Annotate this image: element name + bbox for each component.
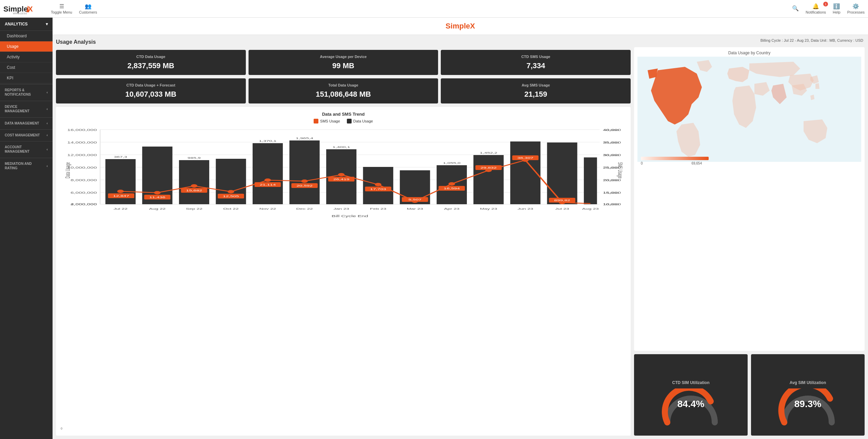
help-button[interactable]: ℹ️ Help (833, 3, 841, 14)
svg-text:16,000,000: 16,000,000 (67, 128, 97, 132)
toggle-menu-button[interactable]: ☰ Toggle Menu (51, 3, 72, 14)
hamburger-icon: ☰ (59, 3, 64, 9)
help-icon: ℹ️ (833, 3, 840, 9)
svg-text:10,000,000: 10,000,000 (67, 166, 97, 169)
svg-text:11,436: 11,436 (149, 196, 165, 199)
svg-text:1,965,4: 1,965,4 (296, 137, 313, 140)
svg-text:899,82: 899,82 (554, 199, 570, 202)
svg-text:20,000: 20,000 (603, 179, 619, 182)
data-mgmt-label: DATA MANAGEMENT (5, 121, 39, 125)
chevron-down-icon: ▾ (46, 22, 48, 26)
svg-text:Jun 23: Jun 23 (517, 207, 533, 210)
search-button[interactable]: 🔍 (792, 5, 799, 12)
device-label: DEVICE MANAGEMENT (5, 104, 39, 113)
sidebar-data-section[interactable]: DATA MANAGEMENT ‹ (0, 117, 53, 129)
metric-label-1: Average Usage per Device (320, 55, 367, 59)
svg-text:36,307: 36,307 (517, 156, 534, 159)
toggle-menu-label: Toggle Menu (51, 10, 72, 14)
usage-area: Usage Analysis CTD Data Usage 2,837,559 … (53, 35, 868, 439)
gauge-ctd-value: 84.4% (677, 399, 704, 409)
svg-text:Aug 22: Aug 22 (149, 207, 165, 210)
sidebar-item-activity[interactable]: Activity (0, 52, 53, 62)
map-container: Data Usage by Country (634, 47, 865, 351)
metric-value-0: 2,837,559 MB (127, 61, 174, 70)
svg-text:Mar 23: Mar 23 (407, 207, 423, 210)
dot-oct22 (228, 190, 234, 193)
metric-card-avg-sms: Avg SMS Usage 21,159 (441, 78, 631, 103)
legend-data-label: Data Usage (353, 119, 373, 123)
svg-text:Jul 22: Jul 22 (114, 207, 128, 210)
metric-row-2: CTD Data Usage + Forecast 10,607,033 MB … (56, 78, 631, 103)
bar-jul23 (547, 142, 577, 204)
search-icon: 🔍 (792, 5, 799, 12)
notifications-label: Notifications (806, 10, 826, 14)
processes-button[interactable]: ⚙️ Processes (847, 3, 865, 14)
sidebar-item-kpi[interactable]: KPI (0, 73, 53, 83)
sidebar-cost-section[interactable]: COST MANAGEMENT ‹ (0, 129, 53, 140)
svg-text:15,682: 15,682 (186, 189, 202, 192)
svg-text:16,594: 16,594 (444, 187, 460, 190)
sidebar-mediation-section[interactable]: MEDIATION AND RATING ‹ (0, 158, 53, 174)
map-legend-bar (641, 157, 709, 160)
gauge-avg-sim: Avg SIM Utilization 89.3% (751, 354, 865, 436)
page-header: SimpleX (53, 18, 868, 35)
sidebar-device-section[interactable]: DEVICE MANAGEMENT ‹ (0, 101, 53, 117)
svg-text:12,000,000: 12,000,000 (67, 153, 97, 157)
dot-apr23 (449, 182, 455, 186)
activity-label: Activity (7, 55, 20, 59)
gauge-avg-value: 89.3% (794, 399, 821, 409)
bell-icon: 🔔 (812, 3, 819, 9)
chevron-right-icon2: ‹ (46, 107, 48, 111)
metric-label-2: CTD SMS Usage (521, 55, 550, 59)
sidebar-item-cost[interactable]: Cost (0, 62, 53, 73)
svg-text:1,452,2: 1,452,2 (480, 151, 497, 154)
sidebar-account-section[interactable]: ACCOUNT MANAGEMENT ‹ (0, 141, 53, 157)
svg-text:Dec 22: Dec 22 (296, 207, 313, 210)
map-legend-max: 69,654 (691, 161, 702, 165)
customers-button[interactable]: 👥 Customers (79, 3, 97, 14)
bar-dec22 (290, 140, 320, 204)
usage-left: Usage Analysis CTD Data Usage 2,837,559 … (56, 38, 631, 436)
notifications-button[interactable]: 🔔 1 Notifications (806, 3, 826, 14)
chart-title: Data and SMS Trend (61, 112, 626, 117)
metric-label-3: CTD Data Usage + Forecast (126, 83, 175, 87)
korea (815, 83, 820, 89)
svg-text:985,9: 985,9 (188, 156, 201, 159)
chevron-right-icon4: ‹ (46, 133, 48, 137)
svg-text:10,000: 10,000 (603, 203, 619, 206)
cost-label: Cost (7, 65, 15, 70)
sidebar-analytics-header[interactable]: ANALYTICS ▾ (0, 18, 53, 31)
customers-icon: 👥 (85, 3, 92, 9)
sidebar-reports-section[interactable]: REPORTS & NOTIFICATIONS ‹ (0, 84, 53, 100)
metric-card-ctd-sms: CTD SMS Usage 7,334 (441, 50, 631, 75)
svg-text:14,000,000: 14,000,000 (67, 141, 97, 144)
processes-label: Processes (847, 10, 865, 14)
chart-container: Data and SMS Trend SMS Usage Data Usage (56, 107, 631, 436)
metric-label-0: CTD Data Usage (136, 55, 165, 59)
svg-text:May 23: May 23 (480, 207, 497, 210)
metric-card-avg-usage: Average Usage per Device 99 MB (249, 50, 438, 75)
legend-sms-box (314, 119, 318, 123)
svg-text:25,000: 25,000 (603, 166, 619, 169)
legend-sms-label: SMS Usage (320, 119, 340, 123)
chevron-right-icon5: ‹ (46, 147, 48, 151)
svg-text:1,400,1: 1,400,1 (333, 146, 350, 149)
bar-sep22 (179, 160, 209, 204)
svg-text:367,3: 367,3 (114, 155, 127, 158)
sidebar-item-dashboard[interactable]: Dashboard (0, 31, 53, 41)
dot-jul22 (117, 190, 124, 193)
dot-jan23 (338, 173, 344, 176)
logo[interactable]: Simple X WIRELESS (3, 3, 41, 15)
svg-text:Apr 23: Apr 23 (444, 207, 460, 210)
svg-text:Aug 23: Aug 23 (582, 207, 599, 210)
svg-text:Bill Cycle End: Bill Cycle End (332, 214, 368, 218)
metric-row-1: CTD Data Usage 2,837,559 MB Average Usag… (56, 50, 631, 75)
chevron-right-icon3: ‹ (46, 121, 48, 125)
svg-text:Data Usage: Data Usage (64, 162, 71, 178)
sidebar-item-usage[interactable]: Usage (0, 41, 53, 52)
mediation-label: MEDIATION AND RATING (5, 161, 39, 170)
usage-label: Usage (7, 44, 19, 49)
bar-nov22 (253, 143, 283, 204)
svg-text:30,000: 30,000 (603, 154, 619, 157)
svg-text:6,000,000: 6,000,000 (71, 191, 97, 194)
